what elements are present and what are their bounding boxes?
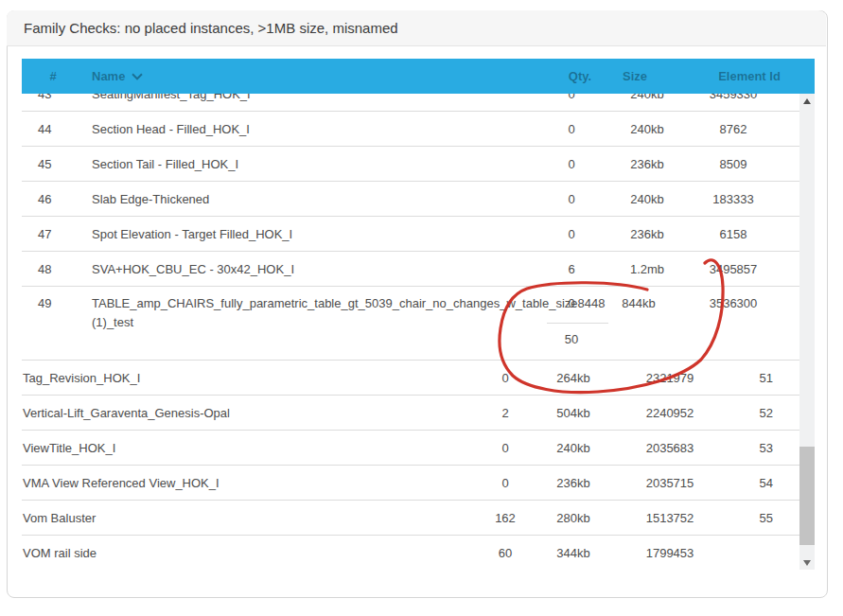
qty-cell: 6 [543, 252, 600, 287]
size-cell: 240kb [614, 182, 680, 217]
qty-cell: 0 [543, 147, 600, 182]
row-number: 49 [38, 295, 51, 312]
scroll-down-button[interactable] [799, 554, 815, 570]
element-id-cell: 1799453 [627, 536, 712, 571]
size-cell: 236kb [614, 217, 680, 252]
qty-cell: 162 [477, 501, 534, 536]
table-row: 46 Slab Edge-Thickened 0 240kb 183333 [22, 182, 799, 217]
size-cell: 236kb [614, 147, 680, 182]
element-id-cell: 2035683 [627, 431, 712, 466]
size-cell: 344kb [540, 536, 606, 571]
column-header-name-label: Name [92, 69, 125, 83]
size-cell: 264kb [540, 361, 606, 396]
qty-cell: 2 [477, 396, 534, 431]
name-cell: Slab Edge-Thickened [92, 182, 209, 217]
scroll-up-button[interactable] [799, 94, 815, 109]
size-cell: 236kb [540, 466, 606, 501]
element-id-cell: 3495857 [691, 252, 776, 287]
row-number: 48 [38, 252, 51, 287]
element-id-cell: 3536300 [691, 295, 776, 312]
name-cell: Spot Elevation - Target Filled_HOK_I [92, 217, 292, 252]
column-header-name[interactable]: Name [92, 59, 141, 94]
row-number: 47 [38, 217, 51, 252]
name-cell: Section Head - Filled_HOK_I [92, 112, 250, 147]
name-cell-line2: (1)_test [92, 314, 133, 331]
card-header: Family Checks: no placed instances, >1MB… [7, 10, 826, 46]
qty-cell: 0 [543, 295, 600, 312]
column-header-element-id[interactable]: Element Id [706, 59, 793, 94]
column-header-num[interactable]: # [38, 59, 68, 94]
qty-cell: 0 [477, 361, 534, 396]
qty-cell: 60 [477, 536, 534, 571]
vertical-scrollbar[interactable] [799, 94, 815, 570]
element-id-cell: 2240952 [627, 396, 712, 431]
stub-row-number: 50 [543, 331, 600, 348]
row-number: 52 [735, 396, 773, 431]
stub-row-divider [547, 323, 608, 324]
table-row: 47 Spot Elevation - Target Filled_HOK_I … [22, 217, 799, 252]
row-number: 51 [735, 361, 773, 396]
table-row-shifted: ViewTitle_HOK_I 0 240kb 2035683 53 [22, 431, 799, 466]
table-row: 48 SVA+HOK_CBU_EC - 30x42_HOK_I 6 1.2mb … [22, 252, 799, 287]
element-id-cell: 8509 [691, 147, 776, 182]
table-row-shifted: Vertical-Lift_Garaventa_Genesis-Opal 2 5… [22, 396, 799, 431]
name-cell: VOM rail side [23, 536, 97, 571]
element-id-cell: 6158 [691, 217, 776, 252]
name-cell: VMA View Referenced View_HOK_I [23, 466, 220, 501]
table-header-row: # Name Qty. Size Element Id [22, 59, 815, 94]
row-number: 54 [735, 466, 773, 501]
table-row-shifted: Vom Baluster 162 280kb 1513752 55 [22, 501, 799, 536]
name-cell: Vertical-Lift_Garaventa_Genesis-Opal [23, 396, 230, 431]
element-id-cell: 2035715 [627, 466, 712, 501]
row-number: 55 [735, 501, 773, 536]
element-id-cell: 2321979 [627, 361, 712, 396]
name-cell-line1: TABLE_amp_CHAIRS_fully_parametric_table_… [92, 295, 606, 312]
qty-cell: 0 [543, 217, 600, 252]
qty-cell: 0 [543, 182, 600, 217]
row-number: 45 [38, 147, 51, 182]
qty-cell: 0 [477, 431, 534, 466]
chevron-down-icon [132, 69, 143, 79]
element-id-cell: 1513752 [627, 501, 712, 536]
scrollbar-thumb[interactable] [799, 447, 815, 545]
qty-cell: 0 [477, 466, 534, 501]
name-cell: SVA+HOK_CBU_EC - 30x42_HOK_I [92, 252, 294, 287]
table-row: 45 Section Tail - Filled_HOK_I 0 236kb 8… [22, 147, 799, 182]
size-cell: 1.2mb [614, 252, 680, 287]
row-number: 53 [735, 431, 773, 466]
size-cell: 240kb [540, 431, 606, 466]
name-cell: Vom Baluster [23, 501, 96, 536]
row-number: 44 [38, 112, 51, 147]
element-id-cell: 8762 [691, 112, 776, 147]
table-row-misaligned: 49 TABLE_amp_CHAIRS_fully_parametric_tab… [22, 287, 799, 361]
table-row: 44 Section Head - Filled_HOK_I 0 240kb 8… [22, 112, 799, 147]
size-cell: 844kb [606, 295, 672, 312]
size-cell: 504kb [540, 396, 606, 431]
triangle-up-icon [803, 98, 811, 104]
row-number: 46 [38, 182, 51, 217]
element-id-cell: 183333 [691, 182, 776, 217]
name-cell: Section Tail - Filled_HOK_I [92, 147, 238, 182]
name-cell: ViewTitle_HOK_I [23, 431, 115, 466]
column-header-size[interactable]: Size [602, 59, 668, 94]
table-row-shifted: VOM rail side 60 344kb 1799453 [22, 536, 799, 571]
app-window: Family Checks: no placed instances, >1MB… [0, 0, 843, 616]
qty-cell: 0 [543, 112, 600, 147]
column-header-qty[interactable]: Qty. [552, 59, 608, 94]
table-row-shifted: VMA View Referenced View_HOK_I 0 236kb 2… [22, 466, 799, 501]
size-cell: 240kb [614, 112, 680, 147]
page-title: Family Checks: no placed instances, >1MB… [24, 10, 398, 46]
triangle-down-icon [803, 560, 811, 566]
table-row-shifted: Tag_Revision_HOK_I 0 264kb 2321979 51 [22, 361, 799, 396]
name-cell: Tag_Revision_HOK_I [23, 361, 140, 396]
size-cell: 280kb [540, 501, 606, 536]
